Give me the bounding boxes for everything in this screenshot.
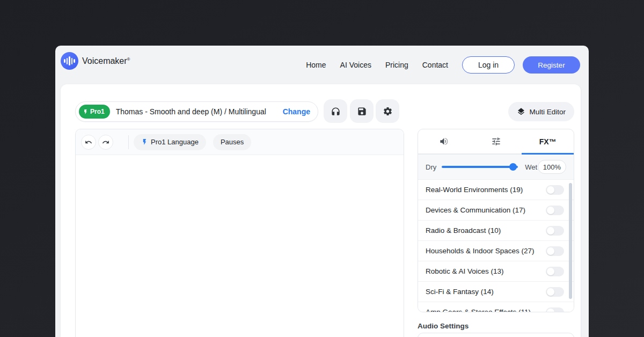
waveform-icon <box>64 56 75 65</box>
nav-contact[interactable]: Contact <box>422 61 448 69</box>
toolbar-divider <box>128 135 129 149</box>
change-voice-link[interactable]: Change <box>283 107 310 116</box>
multi-editor-label: Multi Editor <box>529 108 566 116</box>
fx-list-item: Households & Indoor Spaces (27) <box>418 241 574 261</box>
bolt-icon <box>141 138 148 145</box>
tune-icon <box>491 136 501 146</box>
fx-category-list: Real-World Environments (19) Devices & C… <box>418 180 574 312</box>
dry-label: Dry <box>426 163 436 171</box>
fx-toggle[interactable] <box>546 246 564 256</box>
fx-item-label: Sci-Fi & Fantasy (14) <box>426 288 546 296</box>
registered-mark: ® <box>127 56 130 61</box>
pauses-button[interactable]: Pauses <box>213 134 251 150</box>
fx-toggle[interactable] <box>546 185 564 195</box>
audio-settings-title: Audio Settings <box>418 322 469 330</box>
redo-icon <box>102 138 109 146</box>
fx-scrollbar[interactable] <box>569 183 572 299</box>
layers-icon <box>517 107 525 116</box>
site-header: Voicemaker® Home AI Voices Pricing Conta… <box>55 46 589 84</box>
nav-ai-voices[interactable]: AI Voices <box>340 61 371 69</box>
header-nav: Home AI Voices Pricing Contact Log in Re… <box>306 46 580 84</box>
fx-toggle[interactable] <box>546 206 564 215</box>
editor-toolbar: Pro1 Language Pauses <box>76 129 404 155</box>
text-input-area[interactable] <box>76 155 404 337</box>
voice-selector[interactable]: Pro1 Thomas - Smooth and deep (M) / Mult… <box>75 101 318 122</box>
wet-label: Wet <box>525 163 537 171</box>
fx-toggle[interactable] <box>546 267 564 276</box>
wet-value-badge: 100% <box>538 160 566 174</box>
fx-toggle[interactable] <box>546 226 564 236</box>
text-editor-panel: Pro1 Language Pauses <box>75 129 404 337</box>
tab-voice-volume[interactable] <box>418 129 470 153</box>
redo-button[interactable] <box>98 135 113 150</box>
app-window: Voicemaker® Home AI Voices Pricing Conta… <box>55 46 589 337</box>
slider-knob[interactable] <box>509 163 517 171</box>
fx-list-item: Real-World Environments (19) <box>418 180 574 200</box>
pro1-language-label: Pro1 Language <box>151 138 199 146</box>
slider-track <box>442 166 518 168</box>
login-button[interactable]: Log in <box>462 56 515 74</box>
fx-list-item: Sci-Fi & Fantasy (14) <box>418 282 574 302</box>
bolt-icon <box>83 109 89 115</box>
fx-toggle[interactable] <box>546 307 564 313</box>
fx-panel: FX™ Dry Wet 100% Real-World Environments… <box>418 129 574 312</box>
pro1-language-button[interactable]: Pro1 Language <box>134 134 206 150</box>
brand-logo[interactable]: Voicemaker® <box>61 52 130 70</box>
fx-item-label: Robotic & AI Voices (13) <box>426 267 546 275</box>
dry-wet-row: Dry Wet 100% <box>418 155 574 180</box>
volume-icon <box>439 136 449 146</box>
fx-item-label: Amp Gears & Stereo Effects (11) <box>426 308 546 312</box>
fx-item-label: Devices & Communication (17) <box>426 206 546 214</box>
dry-wet-slider[interactable] <box>442 163 518 171</box>
tab-fx[interactable]: FX™ <box>522 129 574 153</box>
save-icon <box>357 106 367 116</box>
fx-toggle[interactable] <box>546 287 564 297</box>
tab-voice-settings[interactable] <box>470 129 522 153</box>
settings-button[interactable] <box>376 99 399 123</box>
headphones-icon <box>331 106 341 116</box>
pauses-label: Pauses <box>221 138 244 146</box>
pro1-badge-label: Pro1 <box>90 108 105 115</box>
undo-button[interactable] <box>81 135 96 150</box>
gear-icon <box>383 106 393 116</box>
fx-list-item: Robotic & AI Voices (13) <box>418 261 574 282</box>
multi-editor-button[interactable]: Multi Editor <box>508 102 574 121</box>
brand-name: Voicemaker® <box>82 56 130 66</box>
main-card: Pro1 Thomas - Smooth and deep (M) / Mult… <box>61 84 581 337</box>
undo-icon <box>85 138 92 146</box>
audio-settings-box <box>418 333 574 337</box>
fx-panel-tabs: FX™ <box>418 129 574 155</box>
fx-item-label: Real-World Environments (19) <box>426 186 546 194</box>
fx-list-item: Amp Gears & Stereo Effects (11) <box>418 302 574 312</box>
fx-list-item: Radio & Broadcast (10) <box>418 221 574 241</box>
fx-list-item: Devices & Communication (17) <box>418 200 574 221</box>
fx-tab-label: FX™ <box>539 137 557 146</box>
fx-item-label: Radio & Broadcast (10) <box>426 226 546 235</box>
voice-name: Thomas - Smooth and deep (M) / Multiling… <box>116 107 283 116</box>
active-tab-underline <box>522 153 574 155</box>
register-button[interactable]: Register <box>523 56 580 74</box>
nav-pricing[interactable]: Pricing <box>385 61 408 69</box>
nav-home[interactable]: Home <box>306 61 326 69</box>
fx-item-label: Households & Indoor Spaces (27) <box>426 247 546 255</box>
listen-button[interactable] <box>324 99 347 123</box>
voicemaker-logo-icon <box>61 52 78 70</box>
pro1-badge: Pro1 <box>79 105 110 119</box>
save-button[interactable] <box>350 99 374 123</box>
